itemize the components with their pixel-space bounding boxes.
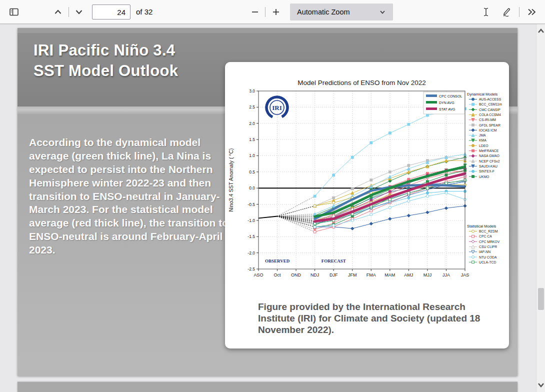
svg-text:-1.0: -1.0 — [248, 218, 255, 223]
svg-text:GFDL SPEAR: GFDL SPEAR — [479, 124, 500, 127]
chevron-up-icon — [54, 8, 62, 16]
svg-text:CS-IRI-MM: CS-IRI-MM — [479, 118, 496, 122]
svg-text:UCLA-TCD: UCLA-TCD — [479, 260, 496, 264]
next-page-button[interactable] — [71, 4, 87, 20]
svg-text:JFM: JFM — [348, 272, 357, 278]
svg-text:-2.0: -2.0 — [248, 250, 255, 256]
slide-title-line2: SST Model Outlook — [34, 60, 178, 81]
svg-text:MAM: MAM — [384, 272, 395, 278]
svg-text:IOCAS ICM: IOCAS ICM — [479, 128, 497, 132]
svg-text:DYN AVG: DYN AVG — [439, 101, 454, 104]
sidebar-toggle-button[interactable] — [6, 4, 22, 20]
svg-text:3.0: 3.0 — [249, 88, 255, 94]
svg-text:BCC_CSM11m: BCC_CSM11m — [479, 102, 502, 106]
scroll-down-icon — [538, 382, 544, 388]
slide-title-line1: IRI Pacific Niño 3.4 — [34, 40, 178, 60]
svg-text:SINTEX-F: SINTEX-F — [479, 170, 494, 173]
zoom-out-icon — [251, 8, 259, 16]
page-count-label: of 32 — [136, 0, 152, 24]
svg-text:2.5: 2.5 — [249, 104, 255, 110]
svg-text:MJJ: MJJ — [424, 272, 432, 278]
svg-text:BCC_RZDM: BCC_RZDM — [479, 230, 498, 234]
zoom-out-button[interactable] — [247, 4, 263, 20]
svg-text:FMA: FMA — [366, 272, 376, 278]
svg-text:2.0: 2.0 — [249, 121, 255, 126]
more-tools-icon — [527, 8, 537, 16]
zoom-level-label: Automatic Zoom — [297, 8, 379, 16]
scroll-down-button[interactable] — [537, 381, 545, 389]
svg-text:NDJ: NDJ — [310, 272, 320, 278]
svg-text:DJF: DJF — [330, 272, 338, 278]
svg-text:IAP-NN: IAP-NN — [479, 250, 490, 254]
svg-text:-0.5: -0.5 — [248, 202, 255, 207]
svg-text:MetFRANCE: MetFRANCE — [479, 149, 499, 152]
slide-footer-strip — [18, 370, 518, 376]
text-selection-tool-button[interactable] — [478, 4, 494, 20]
pdf-page-24: IRI Pacific Niño 3.4 SST Model Outlook A… — [18, 28, 518, 376]
svg-text:CMC CANSIP: CMC CANSIP — [479, 108, 500, 112]
figure-caption: Figure provided by the International Res… — [258, 301, 484, 336]
svg-text:ASO: ASO — [254, 272, 263, 278]
svg-text:KMA: KMA — [479, 138, 486, 142]
svg-text:1.0: 1.0 — [249, 153, 255, 158]
zoom-level-select[interactable]: Automatic Zoom — [290, 4, 393, 20]
svg-text:JJA: JJA — [442, 272, 450, 278]
svg-text:0.0: 0.0 — [249, 186, 255, 190]
svg-text:0.5: 0.5 — [249, 170, 255, 174]
svg-text:CPC MRKOV: CPC MRKOV — [479, 240, 500, 244]
svg-text:FORECAST: FORECAST — [322, 258, 346, 264]
enso-forecast-chart: 3.02.52.01.51.00.50.0-0.5-1.0-1.5-2.0-2.… — [225, 62, 509, 286]
svg-text:Nino3.4 SST Anomaly ( °C): Nino3.4 SST Anomaly ( °C) — [228, 148, 234, 212]
scrollbar-thumb[interactable] — [538, 288, 544, 310]
svg-text:Statistical Models: Statistical Models — [467, 224, 496, 228]
svg-text:OND: OND — [291, 272, 302, 278]
zoom-in-icon — [272, 8, 280, 16]
svg-text:-2.5: -2.5 — [248, 266, 255, 272]
zoom-in-button[interactable] — [268, 4, 284, 20]
svg-text:STAT AVG: STAT AVG — [439, 108, 456, 111]
svg-text:OBSERVED: OBSERVED — [265, 258, 290, 264]
svg-text:1.5: 1.5 — [249, 137, 255, 142]
previous-page-button[interactable] — [50, 4, 66, 20]
slide-body-text: According to the dynamical model average… — [29, 136, 233, 257]
draw-tool-button[interactable] — [498, 4, 514, 20]
figure-card: 3.02.52.01.51.00.50.0-0.5-1.0-1.5-2.0-2.… — [225, 62, 509, 348]
toolbar-divider — [68, 7, 69, 17]
scroll-up-icon — [538, 28, 544, 34]
pdf-page-25-partial — [18, 382, 518, 392]
svg-text:AUS-ACCESS: AUS-ACCESS — [479, 98, 502, 101]
svg-text:NASA GMAO: NASA GMAO — [479, 154, 500, 158]
svg-text:AMJ: AMJ — [404, 272, 413, 278]
page-number-input[interactable] — [92, 4, 130, 20]
more-tools-button[interactable] — [524, 4, 540, 20]
document-viewport: IRI Pacific Niño 3.4 SST Model Outlook A… — [0, 24, 545, 392]
svg-text:JMA: JMA — [479, 134, 486, 137]
svg-text:IRI: IRI — [272, 104, 282, 112]
toolbar-divider — [265, 7, 266, 17]
svg-text:UKMO: UKMO — [479, 175, 489, 178]
svg-text:Model Predictions of ENSO from: Model Predictions of ENSO from Nov 2022 — [298, 79, 426, 86]
vertical-scrollbar[interactable] — [536, 24, 545, 392]
pdf-toolbar: of 32 Automatic Zoom — [0, 0, 545, 24]
svg-text:COLA CCSM4: COLA CCSM4 — [479, 113, 501, 116]
slide-top-strip — [18, 28, 518, 33]
scroll-up-button[interactable] — [537, 27, 545, 35]
svg-text:Dynamical Models: Dynamical Models — [467, 92, 498, 96]
draw-pen-icon — [502, 7, 512, 17]
sidebar-toggle-icon — [9, 7, 19, 17]
svg-text:NCEP CFSv2: NCEP CFSv2 — [479, 160, 500, 163]
svg-text:JAS: JAS — [461, 272, 470, 278]
svg-text:NTU CODA: NTU CODA — [479, 256, 497, 259]
svg-text:Oct: Oct — [274, 272, 282, 278]
toolbar-divider — [519, 7, 520, 17]
svg-text:CSU CLIPR: CSU CLIPR — [479, 245, 497, 248]
svg-text:CPC CONSOL: CPC CONSOL — [439, 94, 462, 98]
slide-title: IRI Pacific Niño 3.4 SST Model Outlook — [34, 40, 178, 81]
chevron-down-icon — [74, 8, 84, 16]
select-chevron-icon — [379, 8, 386, 16]
svg-text:-1.5: -1.5 — [248, 234, 255, 239]
svg-text:CPC CA: CPC CA — [479, 234, 492, 238]
svg-text:SAUDI-KAU: SAUDI-KAU — [479, 164, 498, 168]
text-selection-icon — [482, 7, 490, 17]
svg-text:LDEO: LDEO — [479, 144, 488, 148]
